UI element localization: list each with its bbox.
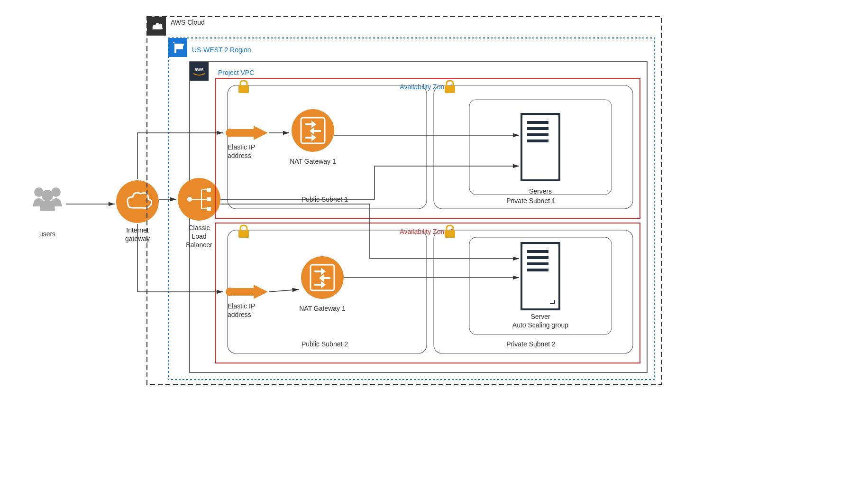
nat-gateway-1-icon bbox=[292, 109, 334, 152]
svg-rect-31 bbox=[527, 140, 548, 142]
svg-rect-7 bbox=[174, 44, 176, 53]
svg-rect-17 bbox=[207, 188, 211, 192]
svg-rect-42 bbox=[527, 262, 548, 265]
svg-rect-43 bbox=[527, 269, 548, 271]
svg-point-3 bbox=[116, 180, 159, 223]
nat1-label: NAT Gateway 1 bbox=[290, 158, 336, 165]
svg-rect-29 bbox=[527, 127, 548, 130]
elastic-ip-2-icon bbox=[226, 285, 268, 299]
public-subnet-2-label: Public Subnet 2 bbox=[302, 340, 348, 348]
servers-1-label: Servers bbox=[529, 187, 552, 195]
svg-rect-18 bbox=[207, 197, 211, 201]
svg-rect-38 bbox=[445, 230, 455, 238]
internet-gateway-icon bbox=[116, 180, 159, 223]
clb-label-1: Classic bbox=[188, 224, 210, 232]
nat-gateway-2-icon bbox=[301, 256, 344, 299]
private-subnet-1-label: Private Subnet 1 bbox=[506, 197, 556, 205]
vpc-label: Project VPC bbox=[218, 69, 254, 76]
clb-label-3: Balancer bbox=[186, 241, 212, 249]
svg-rect-32 bbox=[238, 230, 249, 238]
svg-rect-41 bbox=[527, 256, 548, 259]
aws-cloud-label: AWS Cloud bbox=[171, 19, 205, 26]
region-label: US-WEST-2 Region bbox=[192, 46, 251, 54]
eip1-line2: address bbox=[228, 152, 251, 159]
asg-label: Auto Scaling group bbox=[512, 321, 569, 329]
lock-icon bbox=[238, 81, 249, 93]
svg-rect-20 bbox=[238, 85, 249, 93]
server-icon bbox=[521, 114, 559, 180]
lock-icon bbox=[238, 225, 249, 238]
lock-icon bbox=[445, 81, 455, 93]
svg-line-47 bbox=[269, 289, 299, 292]
svg-text:aws: aws bbox=[195, 67, 204, 72]
nat2-label: NAT Gateway 1 bbox=[299, 305, 346, 312]
server-2-label: Server bbox=[530, 313, 550, 320]
clb-label-2: Load bbox=[192, 233, 206, 240]
users-label: users bbox=[39, 230, 55, 238]
svg-marker-23 bbox=[254, 126, 268, 140]
public-subnet-1 bbox=[228, 85, 427, 209]
architecture-diagram: users Internet gateway AWS Cloud US-WEST… bbox=[9, 9, 721, 399]
az2-container bbox=[216, 223, 640, 363]
server-icon bbox=[521, 243, 559, 309]
lock-icon bbox=[445, 225, 455, 238]
svg-marker-35 bbox=[254, 285, 268, 299]
eip1-line1: Elastic IP bbox=[228, 143, 255, 151]
svg-point-11 bbox=[187, 197, 192, 202]
az1-container bbox=[216, 78, 640, 218]
svg-rect-26 bbox=[445, 85, 455, 93]
eip2-line1: Elastic IP bbox=[228, 302, 255, 310]
svg-rect-19 bbox=[207, 207, 211, 211]
eip2-line2: address bbox=[228, 311, 251, 318]
svg-point-2 bbox=[42, 190, 53, 201]
users-icon bbox=[33, 187, 62, 211]
svg-rect-30 bbox=[527, 133, 548, 136]
vpc-container bbox=[190, 62, 647, 372]
private-subnet-2-label: Private Subnet 2 bbox=[506, 340, 556, 348]
elastic-ip-1-icon bbox=[226, 126, 268, 140]
svg-rect-40 bbox=[527, 250, 548, 253]
svg-rect-28 bbox=[527, 121, 548, 124]
load-balancer-icon bbox=[178, 178, 220, 221]
svg-rect-22 bbox=[232, 129, 254, 137]
svg-rect-34 bbox=[232, 288, 254, 296]
